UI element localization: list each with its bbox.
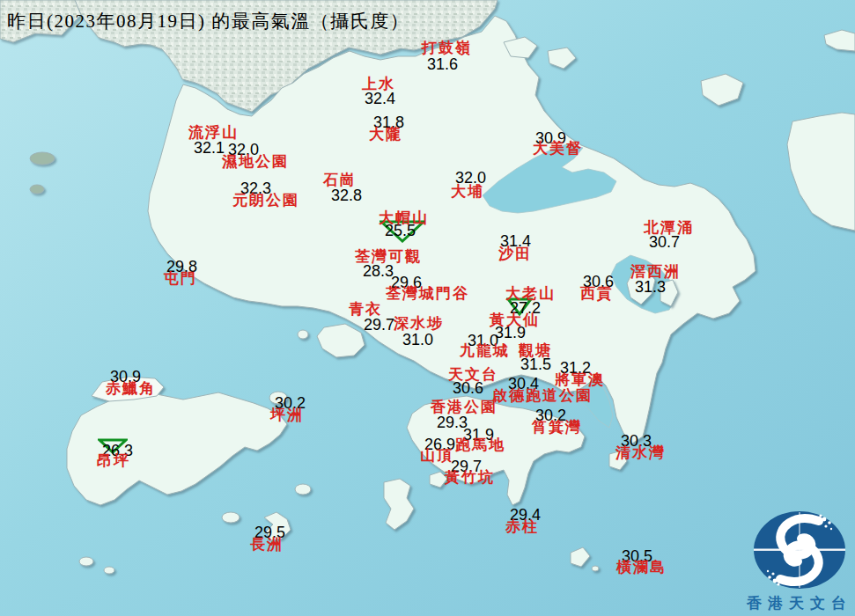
stations-layer: 31.6打鼓嶺32.4上水31.8大隴32.1流浮山32.0濕地公園32.3元朗…: [0, 0, 855, 616]
station-temperature: 32.1: [194, 140, 225, 156]
hko-logo-emblem: [750, 509, 849, 591]
station-temperature: 32.4: [365, 91, 395, 106]
station-name: 滘西洲: [630, 264, 681, 279]
station-name: 長洲: [250, 537, 284, 552]
station-name: 大老山: [505, 286, 556, 301]
station-name: 屯門: [164, 271, 197, 286]
station-name: 石崗: [323, 172, 357, 187]
station-name: 打鼓嶺: [422, 40, 472, 55]
station-temperature: 31.6: [427, 56, 458, 72]
station-name: 流浮山: [188, 125, 239, 140]
station-name: 清水灣: [615, 445, 666, 460]
station-name: 大埔: [451, 184, 484, 199]
station-temperature: 31.3: [635, 279, 666, 295]
station-name: 黃大仙: [490, 312, 540, 327]
station-temperature: 30.7: [649, 234, 680, 250]
station-name: 筲箕灣: [532, 420, 582, 435]
station-name: 黃竹坑: [445, 470, 495, 485]
station-name: 荃灣城門谷: [386, 286, 469, 301]
station-temperature: 31.0: [402, 332, 433, 348]
station-temperature: 32.8: [331, 187, 362, 203]
station-name: 青衣: [349, 302, 382, 317]
hko-logo: 香港天文台 HONG KONG OBSERVATORY: [729, 509, 855, 616]
station-name: 橫瀾島: [616, 560, 667, 575]
station-name: 赤鱲角: [106, 381, 156, 396]
station-name: 山頂: [420, 448, 453, 463]
station-name: 跑馬地: [455, 437, 505, 452]
station-name: 荃灣可觀: [355, 249, 422, 264]
station-name: 香港公園: [431, 400, 498, 414]
station-name: 元朗公園: [232, 193, 299, 208]
station-name: 大美督: [533, 141, 583, 156]
weather-map-screen: 昨日(2023年08月19日) 的最高氣溫（攝氏度） 31.6打鼓嶺32.4上水…: [0, 0, 855, 616]
station-name: 大帽山: [379, 210, 429, 225]
station-name: 啟德跑道公園: [492, 388, 593, 403]
station-name: 西貢: [580, 286, 614, 301]
station-temperature: 28.3: [363, 263, 394, 279]
station-temperature: 29.7: [364, 317, 394, 333]
station-name: 上水: [362, 77, 395, 92]
station-name: 九龍城: [460, 343, 510, 358]
station-name: 昂坪: [97, 453, 130, 468]
station-name: 北潭涌: [644, 220, 694, 235]
station-name: 沙田: [498, 246, 532, 261]
hko-logo-chinese-name: 香港天文台: [729, 593, 855, 613]
station-name: 赤柱: [505, 519, 539, 534]
station-name: 坪洲: [270, 407, 304, 422]
station-name: 觀塘: [519, 343, 552, 358]
station-name: 將軍澳: [555, 372, 605, 387]
station-name: 大隴: [369, 127, 402, 142]
station-name: 天文台: [448, 367, 498, 382]
station-name: 深水埗: [394, 316, 444, 331]
station-name: 濕地公園: [222, 154, 289, 169]
